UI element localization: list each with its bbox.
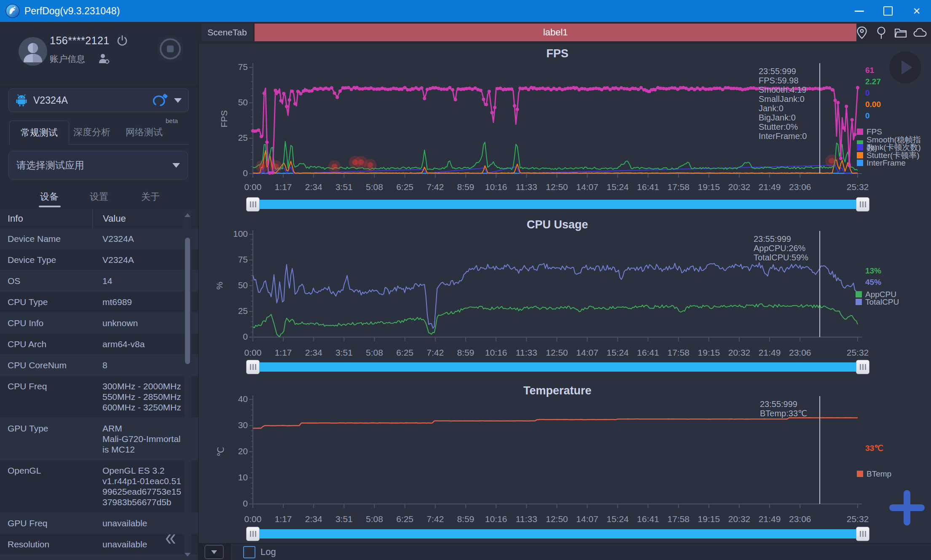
legend-item[interactable]: Jank(卡顿次数) [857, 143, 921, 151]
legend-label: Stutter(卡顿率) [867, 151, 920, 159]
y-axis-label: FPS [219, 110, 229, 128]
cloud-button[interactable] [912, 25, 928, 40]
stop-record-button[interactable] [157, 36, 183, 62]
maximize-button[interactable] [874, 0, 902, 22]
tab-deep-analysis[interactable]: 深度分析 [68, 121, 115, 144]
legend-label: Jank(卡顿次数) [867, 143, 921, 151]
subtab-device[interactable]: 设备 [26, 190, 72, 203]
table-cell-value: arm64-v8a [92, 334, 187, 354]
sidebar: 156****2121 账户信息 V2324A 常规测试 [0, 22, 199, 560]
minimize-button[interactable] [845, 0, 874, 22]
table-row: CPU Freq300MHz - 2000MHz 550MHz - 2850MH… [0, 376, 198, 418]
scrollbar-left-handle[interactable] [246, 527, 260, 541]
collapse-sidebar-button[interactable]: « [165, 524, 174, 551]
table-cell-info: OS [0, 271, 92, 291]
current-value: 61 [865, 66, 874, 75]
app-select-dropdown[interactable]: 请选择测试应用 [8, 151, 188, 180]
scrollbar-left-handle[interactable] [246, 360, 260, 374]
legend-label: BTemp [867, 470, 891, 478]
x-tick-label: 25:32 [837, 514, 878, 524]
table-cell-info: Device Name [0, 228, 92, 249]
account-settings-icon[interactable] [98, 52, 110, 65]
minimize-icon [855, 11, 864, 12]
legend-swatch [857, 471, 863, 477]
marker-pin-button[interactable] [874, 25, 889, 40]
close-button[interactable]: × [902, 0, 931, 22]
legend-item[interactable]: FPS [857, 128, 882, 136]
x-tick-label: 25:32 [837, 348, 878, 358]
device-selector[interactable]: V2324A [8, 88, 189, 112]
log-checkbox[interactable] [243, 546, 255, 558]
table-row: Device TypeV2324A [0, 249, 198, 271]
legend-item[interactable]: InterFrame [857, 159, 906, 167]
table-row: CPU Archarm64-v8a [0, 334, 198, 355]
tab-network-test[interactable]: 网络测试 [121, 121, 168, 144]
scene-label: label1 [543, 27, 568, 38]
y-axis-label: % [215, 282, 225, 290]
y-tick-label: 30 [222, 420, 248, 430]
current-value: 0.00 [865, 100, 881, 109]
maximize-icon [883, 6, 893, 16]
tab-regular-test[interactable]: 常规测试 [9, 121, 69, 145]
table-row: CPU Typemt6989 [0, 292, 198, 313]
scrollbar-right-handle[interactable] [856, 360, 869, 374]
table-cell-value: 8 [92, 355, 187, 375]
y-tick-label: 50 [222, 97, 248, 107]
timeline-scrollbar[interactable] [259, 200, 856, 209]
y-tick-label: 0 [222, 498, 248, 509]
scrollbar-thumb[interactable] [185, 238, 190, 364]
legend-swatch [857, 152, 863, 158]
header-value: Value [92, 209, 126, 228]
expand-log-panel-button[interactable] [204, 545, 224, 559]
chart-tooltip: 23:55:999 AppCPU:26% TotalCPU:59% [754, 234, 808, 262]
legend-swatch [857, 160, 863, 166]
divider [0, 87, 198, 87]
tab-label: 深度分析 [73, 126, 110, 139]
timeline-scrollbar[interactable] [259, 529, 856, 539]
subtab-about[interactable]: 关于 [127, 190, 174, 203]
scene-label-bar[interactable]: label1 [255, 24, 856, 41]
table-cell-value: 300MHz - 2000MHz 550MHz - 2850MHz 600MHz… [92, 376, 187, 418]
open-folder-button[interactable] [893, 25, 908, 40]
account-info-link[interactable]: 账户信息 [50, 53, 85, 65]
plus-icon-bar [904, 490, 910, 525]
chart-title-temp: Temperature [253, 384, 862, 397]
legend-item[interactable]: BTemp [857, 470, 891, 478]
window-title: PerfDog(v9.3.231048) [24, 5, 120, 17]
logout-power-icon[interactable] [116, 35, 128, 46]
location-pin-button[interactable] [854, 25, 869, 40]
legend-label: InterFrame [867, 159, 906, 167]
table-scrollbar[interactable] [184, 211, 191, 558]
scroll-down-icon[interactable] [185, 553, 190, 557]
current-value: 2.27 [865, 77, 881, 86]
x-tick-label: 23:06 [780, 514, 820, 524]
table-cell-info: CPU CoreNum [0, 355, 92, 375]
add-chart-button[interactable] [889, 490, 925, 525]
legend-item[interactable]: TotalCPU [856, 298, 899, 306]
table-cell-info: GPU Type [0, 418, 92, 460]
table-cell-info: CPU Info [0, 313, 92, 333]
legend-swatch [857, 129, 863, 135]
table-row: Screen Sizeunavailable [0, 555, 198, 560]
subtab-label: 设备 [40, 191, 59, 202]
device-name: V2324A [33, 95, 68, 106]
scene-row: SceneTab label1 [198, 22, 931, 43]
table-cell-info: GPU Freq [0, 513, 92, 533]
subtab-settings[interactable]: 设置 [76, 190, 122, 203]
timeline-scrollbar[interactable] [259, 362, 856, 372]
x-tick-label: 23:06 [780, 348, 820, 358]
y-tick-label: 10 [222, 472, 248, 482]
usb-connected-icon [151, 93, 170, 108]
legend-item[interactable]: Stutter(卡顿率) [857, 151, 920, 159]
tab-label: 网络测试 [126, 126, 163, 139]
app-select-placeholder: 请选择测试应用 [16, 159, 84, 172]
table-cell-value: mt6989 [92, 292, 187, 312]
scroll-up-icon[interactable] [185, 213, 190, 217]
y-tick-label: 50 [222, 280, 248, 290]
scrollbar-right-handle[interactable] [856, 197, 869, 212]
table-cell-value: OpenGL ES 3.2 v1.r44p1-01eac0.51 99625ea… [92, 460, 187, 512]
table-cell-info: CPU Arch [0, 334, 92, 354]
play-button[interactable] [889, 51, 921, 83]
scrollbar-left-handle[interactable] [246, 197, 260, 212]
scrollbar-right-handle[interactable] [856, 527, 869, 541]
